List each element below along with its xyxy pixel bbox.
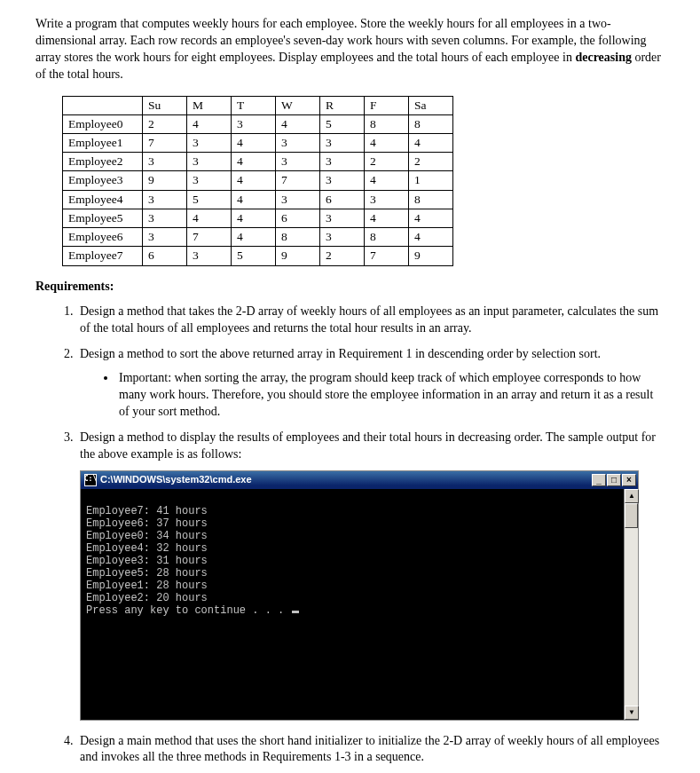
- table-cell: 9: [143, 171, 187, 190]
- table-cell: 9: [276, 247, 320, 265]
- table-cell: 3: [276, 153, 320, 171]
- requirements-title: Requirements:: [35, 279, 665, 296]
- maximize-button[interactable]: □: [607, 474, 621, 486]
- table-cell: 7: [143, 134, 187, 153]
- table-cell: 5: [232, 247, 276, 265]
- table-cell: 7: [276, 171, 320, 190]
- scroll-thumb[interactable]: [625, 503, 638, 528]
- table-cell: 3: [143, 190, 187, 209]
- table-cell: 8: [365, 114, 409, 133]
- console-output: Employee7: 41 hours Employee6: 37 hours …: [81, 489, 624, 720]
- table-header: T: [232, 96, 276, 114]
- table-header: R: [320, 96, 365, 114]
- table-cell: 4: [232, 153, 276, 171]
- requirement-3: Design a method to display the results o…: [76, 430, 665, 721]
- table-cell: 4: [187, 209, 232, 227]
- intro-paragraph: Write a program that computes weekly hou…: [35, 16, 665, 83]
- scroll-up-button[interactable]: ▲: [625, 489, 639, 503]
- table-cell: 8: [409, 114, 453, 133]
- req2-sublist: Important: when sorting the array, the p…: [80, 370, 665, 421]
- table-cell: 2: [409, 153, 453, 171]
- scroll-track[interactable]: [625, 528, 638, 706]
- table-row: Employee02434588: [63, 114, 453, 133]
- intro-text: Write a program that computes weekly hou…: [35, 17, 647, 64]
- req1-text: Design a method that takes the 2-D array…: [80, 304, 658, 335]
- table-cell: 4: [232, 171, 276, 190]
- table-cell: 6: [143, 247, 187, 265]
- table-row: Employee43543638: [63, 190, 453, 209]
- table-row: Employee39347341: [63, 171, 453, 190]
- table-cell: 4: [409, 209, 453, 227]
- scrollbar[interactable]: ▲ ▼: [624, 489, 638, 720]
- table-cell: 3: [276, 134, 320, 153]
- table-cell: 3: [143, 209, 187, 227]
- intro-bold: decreasing: [575, 51, 632, 64]
- table-cell: Employee3: [63, 171, 143, 190]
- table-cell: 6: [320, 190, 365, 209]
- table-cell: Employee0: [63, 114, 143, 133]
- table-header: F: [365, 96, 409, 114]
- table-cell: 2: [320, 247, 365, 265]
- table-cell: 4: [187, 114, 232, 133]
- table-cell: 3: [187, 134, 232, 153]
- table-cell: 4: [232, 228, 276, 247]
- table-cell: 4: [276, 114, 320, 133]
- table-cell: Employee2: [63, 153, 143, 171]
- table-cell: 3: [365, 190, 409, 209]
- minimize-button[interactable]: _: [592, 474, 606, 486]
- table-cell: 3: [187, 153, 232, 171]
- table-row: Employee76359279: [63, 247, 453, 265]
- table-cell: 3: [320, 171, 365, 190]
- table-cell: Employee6: [63, 228, 143, 247]
- requirements-list: Design a method that takes the 2-D array…: [35, 304, 665, 766]
- table-cell: 4: [365, 171, 409, 190]
- table-cell: 5: [187, 190, 232, 209]
- cursor-icon: [292, 611, 299, 613]
- requirement-4: Design a main method that uses the short…: [76, 733, 665, 767]
- table-cell: 7: [365, 247, 409, 265]
- table-cell: 3: [232, 114, 276, 133]
- table-header: M: [187, 96, 232, 114]
- table-cell: 1: [409, 171, 453, 190]
- table-header-row: Su M T W R F Sa: [63, 96, 453, 114]
- table-cell: 3: [320, 134, 365, 153]
- table-cell: 3: [143, 228, 187, 247]
- console-titlebar: C:\ C:\WINDOWS\system32\cmd.exe _ □ ×: [81, 471, 638, 489]
- table-header: Su: [143, 96, 187, 114]
- table-cell: 7: [187, 228, 232, 247]
- table-cell: 8: [365, 228, 409, 247]
- table-cell: 2: [143, 114, 187, 133]
- table-cell: 3: [276, 190, 320, 209]
- table-cell: Employee4: [63, 190, 143, 209]
- table-row: Employee63748384: [63, 228, 453, 247]
- table-header: Sa: [409, 96, 453, 114]
- close-button[interactable]: ×: [622, 474, 636, 486]
- table-header: W: [276, 96, 320, 114]
- req2-text: Design a method to sort the above return…: [80, 347, 601, 360]
- table-row: Employee23343322: [63, 153, 453, 171]
- requirement-2: Design a method to sort the above return…: [76, 346, 665, 421]
- table-header: [63, 96, 143, 114]
- table-cell: 3: [187, 171, 232, 190]
- hours-table: Su M T W R F Sa Employee02434588Employee…: [62, 96, 453, 266]
- table-cell: 4: [232, 209, 276, 227]
- table-cell: 4: [409, 134, 453, 153]
- cmd-icon: C:\: [84, 474, 97, 486]
- table-row: Employee53446344: [63, 209, 453, 227]
- requirement-1: Design a method that takes the 2-D array…: [76, 304, 665, 337]
- table-cell: 4: [365, 209, 409, 227]
- console-body-row: Employee7: 41 hours Employee6: 37 hours …: [81, 489, 638, 720]
- table-cell: 5: [320, 114, 365, 133]
- table-cell: 4: [232, 134, 276, 153]
- table-cell: 9: [409, 247, 453, 265]
- table-cell: 3: [187, 247, 232, 265]
- console-title: C:\WINDOWS\system32\cmd.exe: [100, 473, 592, 486]
- table-cell: 4: [232, 190, 276, 209]
- table-cell: 3: [143, 153, 187, 171]
- table-cell: Employee5: [63, 209, 143, 227]
- window-buttons: _ □ ×: [592, 474, 636, 486]
- table-cell: 3: [320, 228, 365, 247]
- console-window: C:\ C:\WINDOWS\system32\cmd.exe _ □ × Em…: [80, 470, 639, 721]
- table-cell: 4: [409, 228, 453, 247]
- scroll-down-button[interactable]: ▼: [625, 706, 639, 720]
